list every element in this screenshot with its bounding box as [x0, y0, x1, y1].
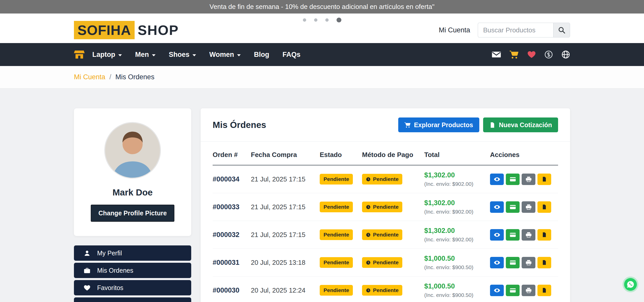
row-actions — [490, 201, 558, 213]
orders-header-actions: Explorar Productos Nueva Cotización — [398, 117, 558, 132]
table-row: #000030 20 Jul, 2025 12:24 Pendiente Pen… — [213, 277, 558, 302]
sidebar-item-favoritos[interactable]: Favoritos — [74, 280, 191, 295]
order-date: 20 Jul, 2025 13:18 — [251, 249, 320, 277]
pdf-icon — [542, 204, 547, 210]
order-number[interactable]: #000033 — [213, 203, 239, 211]
printer-icon — [525, 287, 532, 294]
pdf-icon — [542, 260, 547, 265]
nav-item-women[interactable]: Women — [209, 51, 241, 59]
pay-order-button[interactable] — [506, 174, 520, 185]
pay-order-button[interactable] — [506, 201, 520, 213]
carousel-dot-2[interactable] — [314, 18, 317, 22]
currency-link[interactable] — [544, 50, 553, 59]
new-quote-button[interactable]: Nueva Cotización — [483, 117, 558, 132]
view-order-button[interactable] — [490, 285, 504, 296]
nav-icon-group — [492, 50, 570, 59]
wishlist-link[interactable] — [527, 50, 536, 59]
carousel-dot-1[interactable] — [303, 18, 306, 22]
currency-icon — [544, 50, 553, 59]
status-badge: Pendiente — [320, 229, 353, 240]
profile-card: Mark Doe Change Profile Picture — [74, 108, 191, 236]
order-shipping: (Inc. envío: $902.00) — [424, 237, 490, 243]
order-number[interactable]: #000030 — [213, 286, 239, 294]
carousel-dot-4-active[interactable] — [337, 18, 341, 22]
logo-secondary: SHOP — [138, 22, 179, 38]
logo[interactable]: SOFIHA SHOP — [74, 21, 179, 39]
clock-icon — [366, 232, 371, 237]
sidebar-item-mis-cotizaciones[interactable]: Mis Cotizaciones — [74, 297, 191, 302]
change-picture-button[interactable]: Change Profile Picture — [91, 205, 174, 222]
profile-photo — [104, 122, 161, 179]
whatsapp-button[interactable] — [624, 278, 637, 291]
payment-status-badge: Pendiente — [362, 229, 402, 240]
whatsapp-icon — [626, 280, 635, 288]
search-icon — [558, 26, 565, 34]
order-number[interactable]: #000034 — [213, 175, 239, 183]
order-date: 20 Jul, 2025 12:24 — [251, 277, 320, 302]
order-number[interactable]: #000031 — [213, 259, 239, 266]
heart-icon — [84, 284, 91, 291]
sidebar-item-my-perfil[interactable]: My Perfil — [74, 245, 191, 261]
breadcrumb-account[interactable]: Mi Cuenta — [74, 73, 105, 81]
download-pdf-button[interactable] — [537, 174, 551, 185]
order-date: 21 Jul, 2025 17:15 — [251, 193, 320, 221]
order-total: $1,302.00 — [424, 227, 490, 235]
order-total: $1,000.50 — [424, 255, 490, 262]
eye-icon — [494, 287, 500, 294]
view-order-button[interactable] — [490, 201, 504, 213]
nav-item-faqs[interactable]: FAQs — [282, 51, 301, 59]
pay-order-button[interactable] — [506, 257, 520, 268]
credit-card-icon — [510, 259, 516, 266]
print-order-button[interactable] — [522, 229, 535, 241]
nav-item-blog[interactable]: Blog — [254, 51, 269, 59]
table-row: #000032 21 Jul, 2025 17:15 Pendiente Pen… — [213, 221, 558, 249]
messages-link[interactable] — [492, 50, 501, 59]
account-link[interactable]: Mi Cuenta — [439, 26, 470, 34]
search-input[interactable] — [478, 23, 553, 37]
nav-item-laptop[interactable]: Laptop — [92, 51, 122, 59]
order-total: $1,000.50 — [424, 282, 490, 290]
printer-icon — [525, 232, 532, 238]
clock-icon — [366, 288, 371, 293]
view-order-button[interactable] — [490, 257, 504, 268]
cart-link[interactable] — [509, 50, 519, 59]
pay-order-button[interactable] — [506, 285, 520, 296]
home-link[interactable] — [74, 49, 85, 60]
pdf-icon — [542, 287, 547, 293]
credit-card-icon — [510, 204, 516, 210]
view-order-button[interactable] — [490, 174, 504, 185]
clock-icon — [366, 205, 371, 209]
nav-item-men[interactable]: Men — [135, 51, 156, 59]
print-order-button[interactable] — [522, 174, 535, 185]
pay-order-button[interactable] — [506, 229, 520, 241]
download-pdf-button[interactable] — [537, 257, 551, 268]
carousel-dots — [0, 18, 644, 22]
heart-icon — [527, 50, 536, 59]
clock-icon — [366, 260, 371, 265]
column-status: Estado — [320, 143, 362, 165]
chevron-down-icon — [237, 54, 241, 56]
download-pdf-button[interactable] — [537, 201, 551, 213]
credit-card-icon — [510, 232, 516, 238]
row-actions — [490, 229, 558, 241]
print-order-button[interactable] — [522, 257, 535, 268]
search-button[interactable] — [553, 23, 570, 37]
print-order-button[interactable] — [522, 201, 535, 213]
table-header-row: Orden # Fecha Compra Estado Método de Pa… — [213, 143, 558, 165]
explore-products-button[interactable]: Explorar Productos — [398, 117, 479, 132]
printer-icon — [525, 259, 532, 266]
nav-item-shoes[interactable]: Shoes — [169, 51, 196, 59]
language-link[interactable] — [561, 50, 570, 59]
eye-icon — [494, 204, 500, 210]
breadcrumb: Mi Cuenta / Mis Ordenes — [0, 66, 644, 88]
order-total: $1,302.00 — [424, 171, 490, 179]
view-order-button[interactable] — [490, 229, 504, 241]
order-number[interactable]: #000032 — [213, 231, 239, 239]
print-order-button[interactable] — [522, 285, 535, 296]
download-pdf-button[interactable] — [537, 285, 551, 296]
sidebar-item-mis-ordenes[interactable]: Mis Ordenes — [74, 263, 191, 278]
column-payment: Método de Pago — [362, 143, 424, 165]
download-pdf-button[interactable] — [537, 229, 551, 241]
order-date: 21 Jul, 2025 17:15 — [251, 165, 320, 193]
carousel-dot-3[interactable] — [325, 18, 329, 22]
